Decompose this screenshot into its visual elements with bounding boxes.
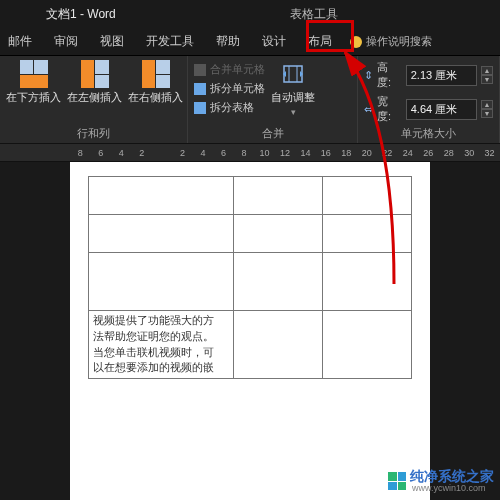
insert-right-label: 在右侧插入: [128, 90, 183, 105]
width-value[interactable]: 4.64 厘米: [406, 99, 477, 120]
document-title: 文档1 - Word: [46, 6, 116, 23]
table-row: [89, 215, 412, 253]
tab-review[interactable]: 审阅: [50, 29, 82, 54]
merge-cells-button[interactable]: 合并单元格: [194, 61, 265, 78]
tab-design[interactable]: 设计: [258, 29, 290, 54]
merge-cells-label: 合并单元格: [210, 62, 265, 77]
ruler-tick: 16: [316, 148, 336, 158]
tab-view[interactable]: 视图: [96, 29, 128, 54]
cell-with-text[interactable]: 视频提供了功能强大的方 法帮助您证明您的观点。 当您单击联机视频时，可 以在想要…: [89, 311, 234, 379]
cell-text-line: 当您单击联机视频时，可: [93, 345, 229, 361]
group-merge-label: 合并: [194, 124, 351, 141]
ruler-tick: 4: [111, 148, 131, 158]
split-table-button[interactable]: 拆分表格: [194, 99, 265, 116]
cell-text-line: 法帮助您证明您的观点。: [93, 329, 229, 345]
autofit-label: 自动调整: [271, 90, 315, 105]
ruler-tick: 18: [336, 148, 356, 158]
tab-mail[interactable]: 邮件: [4, 29, 36, 54]
height-spinner[interactable]: ▲▼: [481, 66, 493, 84]
ruler-tick: 24: [398, 148, 418, 158]
watermark-logo-icon: [388, 472, 406, 490]
insert-left-label: 在左侧插入: [67, 90, 122, 105]
ruler-tick: 30: [459, 148, 479, 158]
split-table-label: 拆分表格: [210, 100, 254, 115]
ruler-tick: 6: [90, 148, 110, 158]
tell-me-label: 操作说明搜索: [366, 34, 432, 49]
height-label: 高度:: [377, 60, 402, 90]
merge-cells-icon: [194, 64, 206, 76]
page: 视频提供了功能强大的方 法帮助您证明您的观点。 当您单击联机视频时，可 以在想要…: [70, 162, 430, 500]
tab-help[interactable]: 帮助: [212, 29, 244, 54]
insert-left-button[interactable]: 在左侧插入: [67, 60, 122, 105]
ruler-tick: 4: [193, 148, 213, 158]
ruler-tick: 2: [172, 148, 192, 158]
group-cell-size: ⇕ 高度: 2.13 厘米 ▲▼ ⇔ 宽度: 4.64 厘米 ▲▼ 单元格大小: [358, 56, 500, 143]
watermark: 纯净系统之家 www.ycwin10.com: [388, 469, 494, 494]
ruler-tick: 8: [234, 148, 254, 158]
ruler-tick: 20: [357, 148, 377, 158]
split-cells-label: 拆分单元格: [210, 81, 265, 96]
tell-me-search[interactable]: 操作说明搜索: [350, 34, 432, 49]
table-row: [89, 253, 412, 311]
group-rows-cols: 在下方插入 在左侧插入 在右侧插入 行和列: [0, 56, 188, 143]
svg-rect-0: [284, 66, 302, 82]
tab-devtools[interactable]: 开发工具: [142, 29, 198, 54]
width-spinner[interactable]: ▲▼: [481, 100, 493, 118]
ruler-tick: 28: [438, 148, 458, 158]
autofit-button[interactable]: 自动调整 ▾: [271, 60, 315, 117]
ribbon: 在下方插入 在左侧插入 在右侧插入 行和列 合并单元格: [0, 56, 500, 144]
ribbon-tabs: 邮件 审阅 视图 开发工具 帮助 设计 布局 操作说明搜索: [0, 28, 500, 56]
contextual-tab-label: 表格工具: [290, 6, 338, 23]
tab-layout[interactable]: 布局: [304, 29, 336, 54]
insert-below-label: 在下方插入: [6, 90, 61, 105]
split-table-icon: [194, 102, 206, 114]
split-cells-button[interactable]: 拆分单元格: [194, 80, 265, 97]
title-bar: 文档1 - Word 表格工具: [0, 0, 500, 28]
watermark-brand: 纯净系统之家: [410, 469, 494, 484]
ruler-tick: 12: [275, 148, 295, 158]
width-icon: ⇔: [364, 103, 373, 116]
chevron-down-icon: ▾: [291, 107, 296, 117]
insert-row-below-icon: [20, 60, 48, 88]
lightbulb-icon: [350, 36, 362, 48]
width-label: 宽度:: [377, 94, 402, 124]
insert-col-left-icon: [81, 60, 109, 88]
group-rows-cols-label: 行和列: [6, 124, 181, 141]
ruler-tick: 14: [295, 148, 315, 158]
split-cells-icon: [194, 83, 206, 95]
autofit-icon: [278, 60, 308, 88]
document-table[interactable]: 视频提供了功能强大的方 法帮助您证明您的观点。 当您单击联机视频时，可 以在想要…: [88, 176, 412, 379]
table-row: [89, 177, 412, 215]
row-height-control[interactable]: ⇕ 高度: 2.13 厘米 ▲▼: [364, 60, 493, 90]
insert-below-button[interactable]: 在下方插入: [6, 60, 61, 105]
cell-text-line: 以在想要添加的视频的嵌: [93, 360, 229, 376]
ruler-tick: 22: [377, 148, 397, 158]
ruler-tick: 8: [70, 148, 90, 158]
height-value[interactable]: 2.13 厘米: [406, 65, 477, 86]
ruler-tick: 2: [131, 148, 151, 158]
ruler-tick: 26: [418, 148, 438, 158]
document-area[interactable]: 视频提供了功能强大的方 法帮助您证明您的观点。 当您单击联机视频时，可 以在想要…: [0, 162, 500, 500]
insert-right-button[interactable]: 在右侧插入: [128, 60, 183, 105]
height-icon: ⇕: [364, 69, 373, 82]
col-width-control[interactable]: ⇔ 宽度: 4.64 厘米 ▲▼: [364, 94, 493, 124]
group-merge: 合并单元格 拆分单元格 拆分表格 自动调整 ▾ 合并: [188, 56, 358, 143]
cell-text-line: 视频提供了功能强大的方: [93, 313, 229, 329]
ruler-tick: 10: [254, 148, 274, 158]
group-cell-size-label: 单元格大小: [364, 124, 493, 141]
ruler-tick: 32: [479, 148, 499, 158]
insert-col-right-icon: [142, 60, 170, 88]
horizontal-ruler[interactable]: 86422468101214161820222426283032: [0, 144, 500, 162]
watermark-url: www.ycwin10.com: [412, 484, 494, 494]
table-row: 视频提供了功能强大的方 法帮助您证明您的观点。 当您单击联机视频时，可 以在想要…: [89, 311, 412, 379]
ruler-tick: 6: [213, 148, 233, 158]
